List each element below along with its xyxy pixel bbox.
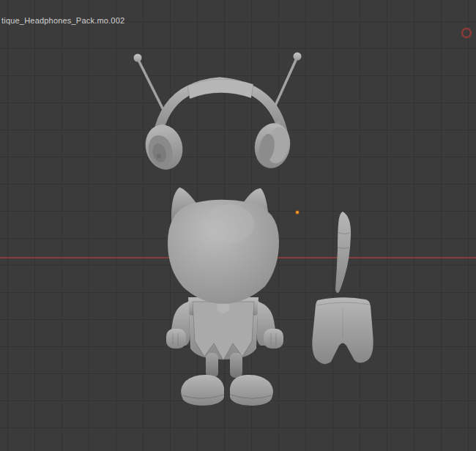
3d-viewport[interactable]: tique_Headphones_Pack.mo.002	[0, 0, 476, 451]
right-antenna-ball	[294, 53, 302, 61]
tail-model[interactable]	[335, 212, 351, 293]
muzzle	[204, 204, 254, 244]
left-antenna-ball	[134, 54, 142, 62]
right-ear-cup	[251, 120, 294, 171]
left-leg	[206, 353, 218, 378]
scene-canvas[interactable]	[0, 0, 476, 451]
right-shoe	[230, 375, 273, 406]
character-model[interactable]	[166, 187, 283, 406]
shorts-model[interactable]	[312, 297, 373, 364]
tail-shape	[335, 212, 351, 293]
origin-ring-icon[interactable]	[462, 29, 471, 37]
headphones-model[interactable]	[134, 53, 302, 174]
left-ear-cup	[141, 121, 187, 174]
right-fist	[264, 329, 283, 348]
left-shoe	[181, 375, 224, 406]
right-leg	[230, 353, 242, 378]
left-fist	[166, 329, 186, 348]
3d-cursor-dot[interactable]	[295, 210, 299, 214]
